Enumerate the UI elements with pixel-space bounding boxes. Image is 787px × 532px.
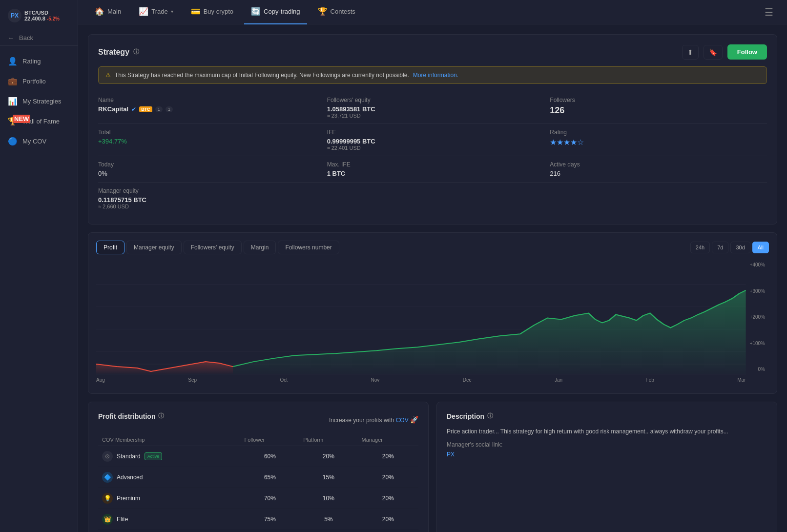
premium-icon: 💡 bbox=[102, 493, 113, 504]
bookmark-button[interactable]: 🔖 bbox=[704, 45, 723, 60]
cov-link[interactable]: COV bbox=[396, 417, 409, 424]
tab-profit[interactable]: Profit bbox=[96, 241, 124, 254]
profit-dist-title: Profit distribution ⓘ bbox=[98, 412, 164, 420]
chart-tabs: Profit Manager equity Followers' equity … bbox=[96, 241, 769, 254]
col-manager: Manager bbox=[358, 434, 419, 446]
field-active-days: Active days 216 bbox=[544, 156, 767, 182]
new-badge: NEW bbox=[13, 115, 30, 123]
warning-icon: ⚠ bbox=[105, 72, 111, 79]
back-button[interactable]: ← Back bbox=[0, 30, 78, 46]
sidebar-nav: 👤 Rating 💼 Portfolio 📊 My Strategies 🏆 W… bbox=[0, 52, 78, 151]
btc-pair: BTC/USD 22,400.8 -5.2% bbox=[24, 10, 60, 21]
sidebar-item-rating[interactable]: 👤 Rating bbox=[0, 52, 78, 71]
profit-distribution-card: Profit distribution ⓘ Increase your prof… bbox=[88, 402, 429, 532]
strategy-title: Strategy bbox=[98, 48, 129, 57]
time-30d[interactable]: 30d bbox=[730, 242, 750, 253]
dist-row-elite: 👑 Elite 75% 5% 20% bbox=[98, 509, 418, 530]
profit-info-icon[interactable]: ⓘ bbox=[158, 412, 164, 420]
field-ife: IFE 0.99999995 BTC ≈ 22,401 USD bbox=[321, 124, 544, 156]
sidebar-item-my-strategies[interactable]: 📊 My Strategies bbox=[0, 92, 78, 111]
time-all[interactable]: All bbox=[752, 242, 769, 253]
sidebar-item-my-cov[interactable]: 🔵 My COV bbox=[0, 132, 78, 151]
social-label: Manager's social link: bbox=[447, 441, 767, 448]
field-total: Total +394.77% bbox=[98, 124, 321, 156]
chart-y-labels: +400% +300% +200% +100% 0% bbox=[746, 262, 769, 386]
dist-row-standard: ⊙ Standard Active 60% 20% 20% bbox=[98, 446, 418, 467]
time-7d[interactable]: 7d bbox=[712, 242, 728, 253]
description-title: Description ⓘ bbox=[447, 412, 767, 420]
field-max-ife: Max. IFE 1 BTC bbox=[321, 156, 544, 182]
strategies-icon: 📊 bbox=[8, 97, 18, 106]
field-rating: Rating ★★★★☆ bbox=[544, 124, 767, 156]
page-content: Strategy ⓘ ⬆ 🔖 Follow ⚠ This Strategy ha… bbox=[78, 24, 787, 532]
follow-button[interactable]: Follow bbox=[727, 44, 767, 60]
rocket-icon: 🚀 bbox=[410, 416, 418, 424]
chart-svg-area bbox=[96, 262, 746, 374]
strategy-card: Strategy ⓘ ⬆ 🔖 Follow ⚠ This Strategy ha… bbox=[88, 34, 777, 225]
chart-x-labels: Aug Sep Oct Nov Dec Jan Feb Mar bbox=[96, 374, 746, 386]
trade-icon: 📈 bbox=[139, 7, 148, 16]
col-platform: Platform bbox=[299, 434, 357, 446]
tab-followers-number[interactable]: Followers number bbox=[278, 241, 339, 254]
chevron-down-icon: ▾ bbox=[171, 9, 173, 14]
description-card: Description ⓘ Price action trader... Thi… bbox=[436, 402, 777, 532]
desc-info-icon[interactable]: ⓘ bbox=[487, 412, 493, 420]
warning-text: This Strategy has reached the maximum ca… bbox=[115, 72, 409, 79]
col-follower: Follower bbox=[241, 434, 300, 446]
copy-trading-icon: 🔄 bbox=[251, 7, 261, 16]
more-info-link[interactable]: More information. bbox=[413, 72, 458, 79]
strategy-title-area: Strategy ⓘ bbox=[98, 48, 139, 57]
nav-copy-trading[interactable]: 🔄 Copy-trading bbox=[244, 0, 307, 24]
strategy-header: Strategy ⓘ ⬆ 🔖 Follow bbox=[98, 44, 767, 60]
description-text: Price action trader... This strategy for… bbox=[447, 427, 767, 436]
advanced-icon: 🔷 bbox=[102, 472, 113, 483]
field-today: Today 0% bbox=[98, 156, 321, 182]
profit-chart bbox=[96, 262, 746, 374]
nav-main[interactable]: 🏠 Main bbox=[88, 0, 128, 24]
field-followers: Followers 126 bbox=[544, 92, 767, 124]
time-tabs: 24h 7d 30d All bbox=[690, 242, 769, 253]
nav-buy-crypto[interactable]: 💳 Buy crypto bbox=[184, 0, 240, 24]
tab-margin[interactable]: Margin bbox=[244, 241, 276, 254]
logo-area: PX BTC/USD 22,400.8 -5.2% bbox=[0, 5, 78, 30]
sidebar-item-portfolio[interactable]: 💼 Portfolio bbox=[0, 72, 78, 91]
badge-1: 1 bbox=[155, 106, 163, 112]
portfolio-icon: 💼 bbox=[8, 77, 18, 86]
topnav: 🏠 Main 📈 Trade ▾ 💳 Buy crypto 🔄 Copy-tra… bbox=[78, 0, 787, 24]
tab-manager-equity[interactable]: Manager equity bbox=[126, 241, 182, 254]
bottom-grid: Profit distribution ⓘ Increase your prof… bbox=[88, 402, 777, 532]
chart-container: Aug Sep Oct Nov Dec Jan Feb Mar bbox=[96, 262, 746, 386]
col-membership: COV Membership bbox=[98, 434, 241, 446]
share-button[interactable]: ⬆ bbox=[682, 45, 699, 60]
logo-icon: PX bbox=[8, 9, 21, 22]
cov-icon: 🔵 bbox=[8, 137, 18, 146]
home-icon: 🏠 bbox=[95, 7, 104, 16]
main-content: 🏠 Main 📈 Trade ▾ 💳 Buy crypto 🔄 Copy-tra… bbox=[78, 0, 787, 532]
elite-icon: 👑 bbox=[102, 514, 113, 525]
sidebar-item-wall-of-fame[interactable]: 🏆 Wall of Fame NEW bbox=[0, 112, 78, 131]
btc-badge: BTC bbox=[139, 106, 152, 112]
warning-banner: ⚠ This Strategy has reached the maximum … bbox=[98, 66, 767, 84]
sidebar: PX BTC/USD 22,400.8 -5.2% ← Back 👤 Ratin… bbox=[0, 0, 78, 532]
buy-crypto-icon: 💳 bbox=[191, 7, 201, 16]
standard-icon: ⊙ bbox=[102, 451, 113, 462]
field-manager-equity: Manager equity 0.11875715 BTC ≈ 2,660 US… bbox=[98, 182, 321, 214]
strategy-info-icon[interactable]: ⓘ bbox=[133, 48, 139, 56]
nav-contests[interactable]: 🏆 Contests bbox=[311, 0, 362, 24]
star-rating: ★★★★☆ bbox=[550, 138, 767, 147]
contests-icon: 🏆 bbox=[318, 7, 328, 16]
profit-distribution-table: COV Membership Follower Platform Manager… bbox=[98, 434, 418, 530]
time-24h[interactable]: 24h bbox=[690, 242, 710, 253]
verified-icon: ✔ bbox=[131, 106, 136, 113]
field-followers-equity: Followers' equity 1.05893581 BTC ≈ 23,72… bbox=[321, 92, 544, 124]
nav-trade[interactable]: 📈 Trade ▾ bbox=[132, 0, 180, 24]
rating-icon: 👤 bbox=[8, 57, 18, 66]
strategy-actions: ⬆ 🔖 Follow bbox=[682, 44, 767, 60]
dist-row-premium: 💡 Premium 70% 10% 20% bbox=[98, 488, 418, 509]
tab-followers-equity[interactable]: Followers' equity bbox=[184, 241, 242, 254]
chart-card: Profit Manager equity Followers' equity … bbox=[88, 232, 777, 394]
social-link[interactable]: PX bbox=[447, 451, 767, 458]
menu-icon[interactable]: ☰ bbox=[761, 2, 777, 22]
chart-area-wrapper: Aug Sep Oct Nov Dec Jan Feb Mar +400% +3… bbox=[96, 262, 769, 386]
active-badge: Active bbox=[145, 452, 163, 460]
